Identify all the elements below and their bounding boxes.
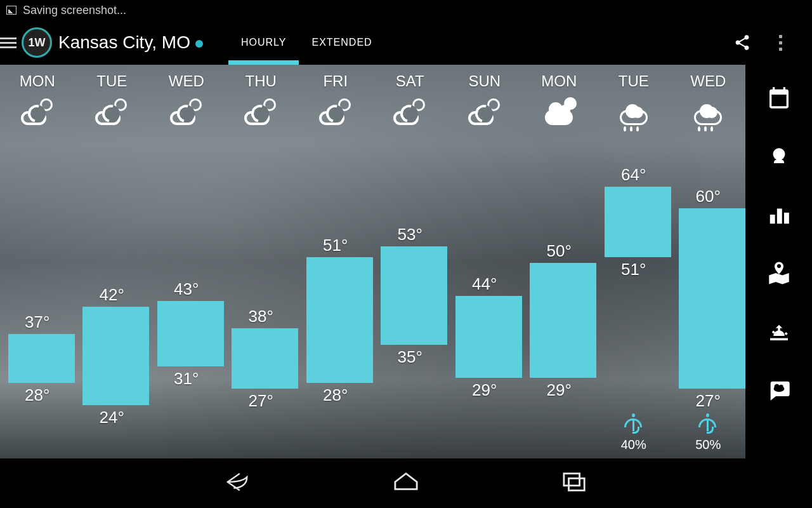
temp-bar xyxy=(530,263,596,378)
high-temp: 38° xyxy=(249,307,273,326)
map-button[interactable] xyxy=(765,259,793,287)
svg-rect-9 xyxy=(569,478,585,490)
forecast-day[interactable]: TUE64°51°40% xyxy=(596,65,671,458)
tab-hourly[interactable]: HOURLY xyxy=(228,20,299,65)
rain-icon xyxy=(615,97,653,128)
high-temp: 60° xyxy=(696,187,721,206)
tab-hourly-label: HOURLY xyxy=(241,37,287,48)
forecast-day[interactable]: WED60°27°50% xyxy=(671,65,746,458)
svg-point-6 xyxy=(774,384,779,389)
svg-point-1 xyxy=(773,148,785,160)
day-label: SUN xyxy=(468,72,501,90)
high-temp: 51° xyxy=(323,236,348,255)
temp-bar xyxy=(679,208,745,389)
temp-bar xyxy=(455,296,522,378)
picture-icon xyxy=(6,6,16,15)
back-button[interactable] xyxy=(223,470,252,497)
precip-label: 50% xyxy=(695,438,721,452)
high-temp: 53° xyxy=(398,225,422,244)
share-icon[interactable] xyxy=(730,30,755,55)
android-nav-bar xyxy=(0,458,812,508)
low-temp: 51° xyxy=(621,260,646,279)
side-rail: 24 xyxy=(745,65,812,458)
low-temp: 29° xyxy=(472,380,497,400)
low-temp: 27° xyxy=(696,391,721,411)
tab-extended-label: EXTENDED xyxy=(311,37,372,48)
temp-bar xyxy=(306,257,373,383)
precip-label: 40% xyxy=(621,438,646,452)
umbrella-icon xyxy=(624,415,643,434)
forecast-day[interactable]: THU38°27° xyxy=(224,65,299,458)
app-logo-icon[interactable]: 1W xyxy=(22,27,52,58)
recents-button[interactable] xyxy=(560,470,589,497)
forecast-day[interactable]: MON50°29° xyxy=(522,65,597,458)
low-temp: 28° xyxy=(323,385,348,405)
svg-text:24: 24 xyxy=(773,95,784,106)
day-label: MON xyxy=(20,72,55,90)
partly-cloudy-icon xyxy=(93,97,131,128)
forecast-day[interactable]: MON37°28° xyxy=(0,65,75,458)
temp-bar xyxy=(381,246,447,345)
home-button[interactable] xyxy=(391,470,421,497)
temp-bar xyxy=(82,307,149,405)
forecast-day[interactable]: FRI51°28° xyxy=(298,65,373,458)
low-temp: 29° xyxy=(547,380,572,400)
location-indicator-icon xyxy=(195,40,203,48)
status-text: Saving screenshot... xyxy=(23,4,126,17)
forecast-day[interactable]: SAT53°35° xyxy=(373,65,448,458)
high-temp: 64° xyxy=(621,165,646,185)
high-temp: 50° xyxy=(547,241,572,261)
forecast-day[interactable]: TUE42°24° xyxy=(75,65,150,458)
partly-cloudy-icon xyxy=(466,97,504,128)
low-temp: 27° xyxy=(249,391,273,411)
day-label: SAT xyxy=(396,72,424,90)
forecast-panel: MON37°28°TUE42°24°WED43°31°THU38°27°FRI5… xyxy=(0,65,745,458)
radar-button[interactable] xyxy=(765,142,793,170)
temp-bar xyxy=(232,328,298,389)
menu-icon[interactable] xyxy=(0,35,16,51)
day-label: MON xyxy=(541,72,577,90)
temp-bar xyxy=(8,334,75,383)
partly-cloudy-icon xyxy=(391,97,429,128)
day-label: WED xyxy=(169,72,204,90)
sunrise-button[interactable] xyxy=(765,318,793,345)
chart-button[interactable] xyxy=(765,201,793,229)
day-label: FRI xyxy=(323,72,348,90)
low-temp: 28° xyxy=(25,385,49,405)
low-temp: 31° xyxy=(174,369,199,389)
svg-rect-8 xyxy=(564,474,580,486)
location-title[interactable]: Kansas City, MO xyxy=(58,32,190,53)
temp-bar xyxy=(605,187,671,258)
partly-cloudy-icon xyxy=(167,97,206,128)
high-temp: 42° xyxy=(100,285,124,305)
high-temp: 43° xyxy=(174,279,199,299)
alerts-button[interactable] xyxy=(765,376,793,404)
svg-point-7 xyxy=(779,385,783,389)
svg-rect-3 xyxy=(776,209,782,224)
high-temp: 44° xyxy=(472,274,497,294)
partly-cloudy-icon xyxy=(18,97,56,128)
svg-rect-2 xyxy=(769,215,775,224)
partly-cloudy-icon xyxy=(317,97,355,128)
precip-indicator: 50% xyxy=(671,415,746,452)
low-temp: 35° xyxy=(398,347,422,367)
day-label: WED xyxy=(690,72,726,90)
android-status-bar: Saving screenshot... xyxy=(0,0,812,20)
svg-rect-4 xyxy=(783,213,789,224)
forecast-day[interactable]: WED43°31° xyxy=(149,65,224,458)
day-label: TUE xyxy=(96,72,127,90)
high-temp: 37° xyxy=(25,312,49,332)
partly-cloudy-icon xyxy=(242,97,280,128)
day-label: TUE xyxy=(619,72,649,90)
rain-icon xyxy=(689,97,727,128)
low-temp: 24° xyxy=(100,408,124,427)
day-label: THU xyxy=(246,72,277,90)
calendar-button[interactable]: 24 xyxy=(765,84,793,112)
umbrella-icon xyxy=(698,415,717,434)
precip-indicator: 40% xyxy=(596,415,671,452)
temp-bar xyxy=(157,301,224,366)
overflow-menu-icon[interactable] xyxy=(768,30,793,55)
tab-extended[interactable]: EXTENDED xyxy=(299,20,384,65)
mostly-cloudy-icon xyxy=(540,97,578,128)
forecast-day[interactable]: SUN44°29° xyxy=(447,65,522,458)
